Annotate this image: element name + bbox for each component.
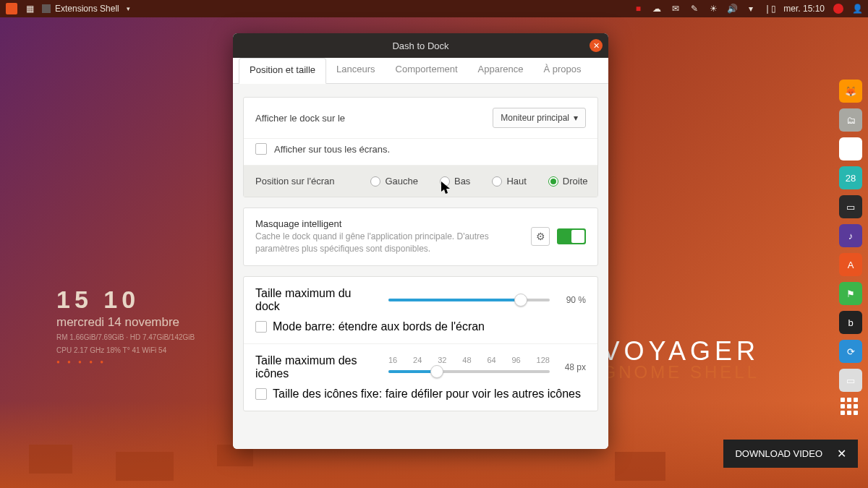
- wallpaper-text: VOYAGER GNOME SHELL: [603, 336, 760, 382]
- intellihide-desc: Cache le dock quand il gêne l'applicatio…: [255, 231, 524, 255]
- monitor-select[interactable]: Moniteur principal ▾: [493, 108, 586, 128]
- radio-icon: [440, 176, 450, 187]
- widget-time: 15 10: [56, 286, 195, 314]
- radio-icon: [370, 176, 380, 187]
- download-banner: DOWNLOAD VIDEO ✕: [723, 440, 858, 468]
- app-menu-label: Extensions Shell: [55, 4, 119, 14]
- edit-icon[interactable]: ✎: [689, 4, 699, 14]
- firefox-icon[interactable]: 🦊: [839, 80, 862, 103]
- tweaks-icon[interactable]: ⚑: [839, 282, 862, 305]
- user-icon[interactable]: 👤: [852, 4, 862, 14]
- settings-window: Dash to Dock ✕ Position et taille Lanceu…: [233, 33, 608, 449]
- circle-b-icon[interactable]: b: [839, 311, 862, 334]
- window-titlebar[interactable]: Dash to Dock ✕: [233, 33, 608, 58]
- shell-app-icon: [42, 4, 51, 13]
- icon-size-value: 48 px: [560, 362, 586, 372]
- radio-bottom-label: Bas: [454, 176, 470, 187]
- radio-left[interactable]: Gauche: [370, 176, 418, 187]
- intellihide-toggle[interactable]: [557, 228, 586, 244]
- widget-date: mercredi 14 novembre: [56, 315, 195, 330]
- calendar-day: 28: [846, 173, 856, 184]
- battery-icon[interactable]: ❘▯: [765, 4, 775, 14]
- all-screens-label: Afficher sur tous les écrans.: [274, 144, 390, 155]
- terminal-icon[interactable]: ▭: [839, 369, 862, 392]
- tab-position[interactable]: Position et taille: [239, 58, 326, 84]
- files-icon[interactable]: 🗂: [839, 108, 862, 132]
- chevron-down-icon: ▾: [127, 5, 130, 12]
- radio-left-label: Gauche: [385, 176, 418, 187]
- tab-behavior[interactable]: Comportement: [386, 58, 468, 83]
- download-banner-text[interactable]: DOWNLOAD VIDEO: [735, 448, 822, 459]
- panel-mode-checkbox[interactable]: [255, 321, 267, 333]
- tick-96: 96: [511, 356, 520, 364]
- app-menu[interactable]: Extensions Shell ▾: [42, 4, 130, 14]
- radio-top-label: Haut: [506, 176, 526, 187]
- chevron-down-icon: ▾: [574, 113, 578, 123]
- activities-icon[interactable]: ▦: [25, 4, 35, 14]
- widget-stats2: CPU 2.17 GHz 18% T° 41 WiFi 54: [56, 346, 195, 356]
- radio-right-label: Droite: [563, 176, 588, 187]
- music-icon[interactable]: ♪: [839, 224, 862, 247]
- icon-size-label: Taille maximum des icônes: [255, 354, 378, 380]
- icon-size-slider[interactable]: [388, 370, 550, 373]
- volume-icon[interactable]: 🔊: [727, 4, 737, 14]
- record-indicator-icon[interactable]: [833, 4, 843, 14]
- tick-16: 16: [388, 356, 397, 364]
- tick-48: 48: [462, 356, 471, 364]
- tab-about[interactable]: À propos: [533, 58, 591, 83]
- fixed-icon-label: Taille des icônes fixe: faire défiler po…: [273, 388, 581, 401]
- radio-bottom[interactable]: Bas: [440, 176, 470, 187]
- widget-stats1: RM 1.66GiB/7.69GiB · HD 7.47GiB/142GiB: [56, 333, 195, 343]
- dock: 🦊 🗂 ✎ 28 ▭ ♪ A ⚑ b ⟳ ▭: [838, 80, 864, 418]
- sync-icon[interactable]: ⟳: [839, 340, 862, 363]
- window-title: Dash to Dock: [392, 40, 448, 51]
- monitor-select-value: Moniteur principal: [501, 113, 569, 123]
- tick-64: 64: [487, 356, 495, 364]
- radio-top[interactable]: Haut: [492, 176, 526, 187]
- fixed-icon-checkbox[interactable]: [255, 388, 267, 400]
- ubuntu-logo-icon[interactable]: [6, 3, 17, 14]
- intellihide-settings-icon[interactable]: ⚙: [531, 227, 550, 246]
- mail-icon[interactable]: ✉: [671, 4, 681, 14]
- tab-appearance[interactable]: Apparence: [468, 58, 534, 83]
- voyager-subtitle: GNOME SHELL: [603, 362, 760, 382]
- tab-bar: Position et taille Lanceurs Comportement…: [233, 58, 608, 84]
- radio-right[interactable]: Droite: [548, 176, 588, 187]
- close-window-icon[interactable]: ✕: [590, 39, 603, 52]
- radio-icon: [548, 176, 558, 187]
- close-banner-icon[interactable]: ✕: [837, 447, 846, 461]
- widget-dots: ● ● ● ● ●: [56, 359, 195, 365]
- tick-24: 24: [413, 356, 422, 364]
- position-label: Position sur l'écran: [255, 176, 334, 187]
- intellihide-title: Masquage intelligent: [255, 218, 524, 229]
- wifi-icon[interactable]: ▾: [746, 4, 756, 14]
- tab-launchers[interactable]: Lanceurs: [326, 58, 385, 83]
- dock-size-label: Taille maximum du dock: [255, 287, 378, 313]
- brightness-icon[interactable]: ☀: [708, 4, 718, 14]
- calendar-icon[interactable]: 28: [839, 166, 862, 189]
- record-icon[interactable]: ■: [633, 4, 643, 14]
- tick-32: 32: [438, 356, 446, 364]
- tick-128: 128: [537, 356, 550, 364]
- text-editor-icon[interactable]: ✎: [839, 137, 862, 160]
- dock-size-slider[interactable]: [388, 299, 550, 301]
- radio-icon: [492, 176, 502, 187]
- video-icon[interactable]: ▭: [839, 195, 862, 218]
- dock-size-value: 90 %: [560, 295, 586, 305]
- panel-mode-label: Mode barre: étendre aux bords de l'écran: [273, 320, 485, 333]
- software-icon[interactable]: A: [839, 253, 862, 276]
- desktop-clock-widget: 15 10 mercredi 14 novembre RM 1.66GiB/7.…: [56, 286, 195, 365]
- show-apps-icon[interactable]: [841, 398, 861, 418]
- clock-label[interactable]: mer. 15:10: [783, 4, 825, 14]
- all-screens-checkbox[interactable]: [255, 143, 267, 155]
- monitor-label: Afficher le dock sur le: [255, 113, 345, 124]
- cloud-icon[interactable]: ☁: [652, 4, 662, 14]
